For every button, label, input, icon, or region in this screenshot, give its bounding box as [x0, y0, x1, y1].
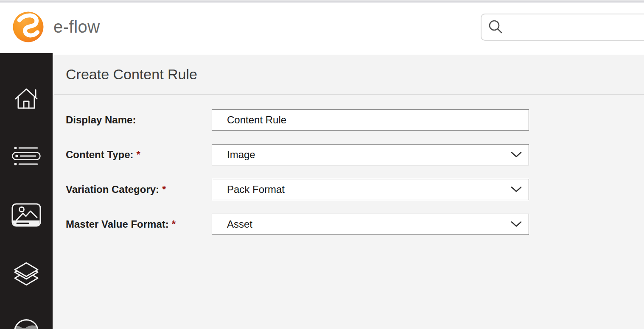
variation-category-select[interactable]: Pack Format	[212, 179, 529, 200]
sidebar-item-layers[interactable]	[11, 259, 42, 289]
app-header: e-flow	[0, 0, 644, 53]
form-row-master-value-format: Master Value Format: * Asset	[66, 214, 529, 235]
home-icon	[13, 84, 40, 111]
search-input[interactable]	[508, 14, 644, 40]
display-name-label: Display Name:	[66, 109, 212, 131]
page-title: Create Content Rule	[66, 66, 197, 83]
display-name-input[interactable]	[212, 109, 529, 131]
display-name-label-text: Display Name:	[66, 114, 136, 126]
form-row-variation-category: Variation Category: * Pack Format	[66, 179, 529, 200]
sidebar-item-images[interactable]	[11, 203, 41, 227]
sidebar-item-rules-list[interactable]	[12, 144, 41, 168]
variation-category-label: Variation Category: *	[66, 179, 212, 200]
top-border-strip	[0, 0, 644, 3]
app-logo[interactable]	[12, 11, 44, 43]
master-value-format-select[interactable]: Asset	[212, 214, 529, 235]
layers-icon	[11, 259, 42, 289]
s-swirl-logo-icon	[12, 11, 44, 43]
form-row-content-type: Content Type: * Image	[66, 144, 529, 165]
content-type-value: Image	[227, 149, 255, 161]
required-asterisk: *	[172, 218, 176, 230]
sidebar-item-media[interactable]	[13, 318, 40, 329]
search-box	[481, 14, 644, 41]
main-content: Create Content Rule Display Name: Conten…	[53, 53, 644, 329]
globe-wave-icon	[13, 318, 40, 329]
master-value-format-value: Asset	[227, 218, 252, 230]
content-type-select[interactable]: Image	[212, 144, 529, 165]
create-content-rule-form: Display Name: Content Type: * Image Vari…	[53, 95, 644, 329]
chevron-down-icon	[511, 187, 522, 193]
required-asterisk: *	[137, 149, 140, 161]
chevron-down-icon	[511, 221, 522, 228]
form-row-display-name: Display Name:	[66, 109, 529, 131]
master-value-format-label: Master Value Format: *	[66, 214, 212, 235]
chevron-down-icon	[511, 152, 522, 158]
required-asterisk: *	[162, 184, 166, 195]
content-type-label: Content Type: *	[66, 144, 212, 165]
sidebar-item-home[interactable]	[13, 84, 40, 111]
bulleted-list-icon	[12, 144, 41, 168]
content-type-label-text: Content Type:	[66, 149, 134, 161]
variation-category-value: Pack Format	[227, 184, 285, 195]
page-title-band: Create Content Rule	[54, 55, 644, 95]
variation-category-label-text: Variation Category:	[66, 184, 159, 195]
sidebar-nav	[0, 53, 53, 329]
image-card-icon	[11, 203, 41, 227]
master-value-format-label-text: Master Value Format:	[66, 218, 169, 230]
search-icon	[487, 19, 504, 35]
brand-name: e-flow	[53, 11, 100, 43]
